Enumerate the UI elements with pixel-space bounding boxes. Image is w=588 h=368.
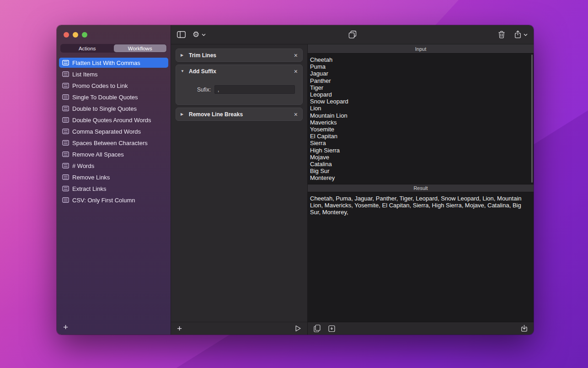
- result-to-input-icon: [328, 325, 335, 332]
- workflow-icon: [62, 129, 69, 134]
- action-card-header[interactable]: ▶ Remove Line Breaks ×: [176, 108, 302, 120]
- action-title: Remove Line Breaks: [189, 111, 290, 118]
- workflow-panel: ▶ Trim Lines × ▼ Add Suffix × Sufix:: [171, 44, 308, 335]
- sidebar-item-label: Double to Single Quotes: [72, 105, 137, 112]
- workflow-icon: [62, 94, 69, 100]
- sidebar-item-promo-codes[interactable]: Promo Codes to Link: [59, 81, 168, 91]
- workflow-list: Flatten List With Commas List Items Prom…: [57, 58, 171, 319]
- workflow-icon: [62, 174, 69, 180]
- sidebar-item-csv-first-column[interactable]: CSV: Only First Column: [59, 195, 168, 205]
- sidebar-item-comma-separated[interactable]: Comma Separated Words: [59, 126, 168, 136]
- save-result-button[interactable]: [521, 325, 528, 332]
- io-bottom-bar: [308, 322, 534, 335]
- sidebar-item-single-to-double[interactable]: Single To Double Quotes: [59, 92, 168, 102]
- disclosure-collapsed-icon[interactable]: ▶: [181, 53, 185, 57]
- result-textarea: Cheetah, Puma, Jaguar, Panther, Tiger, L…: [308, 192, 534, 322]
- sidebar-item-remove-all-spaces[interactable]: Remove All Spaces: [59, 149, 168, 159]
- workflow-icon: [62, 140, 69, 146]
- sidebar-item-label: # Words: [72, 162, 94, 169]
- sidebar-item-extract-links[interactable]: Extract Links: [59, 184, 168, 194]
- sidebar-item-label: Remove Links: [72, 174, 110, 181]
- toolbar-right-group: [498, 30, 528, 39]
- sidebar-toggle-icon: [177, 31, 186, 38]
- action-card-remove-line-breaks: ▶ Remove Line Breaks ×: [176, 108, 303, 121]
- remove-action-button[interactable]: ×: [294, 68, 298, 75]
- remove-action-button[interactable]: ×: [294, 111, 298, 118]
- input-header: Input: [308, 44, 534, 54]
- result-header: Result: [308, 184, 534, 192]
- share-icon: [514, 30, 521, 39]
- sidebar-item-label: Flatten List With Commas: [72, 60, 140, 66]
- duplicate-workflow-button[interactable]: [348, 31, 356, 38]
- download-icon: [521, 325, 528, 332]
- workflow-icon: [62, 83, 69, 88]
- workflow-bottom-bar: +: [171, 322, 307, 335]
- action-title: Trim Lines: [189, 52, 290, 59]
- sidebar-item-label: Comma Separated Words: [72, 128, 141, 135]
- workflow-icon: [62, 106, 69, 111]
- result-to-input-button[interactable]: [328, 325, 335, 332]
- workflow-icon: [62, 71, 69, 77]
- delete-workflow-button[interactable]: [498, 31, 505, 38]
- input-textarea[interactable]: Cheetah Puma Jaguar Panther Tiger Leopar…: [308, 54, 534, 184]
- workflow-icon: [62, 117, 69, 123]
- sidebar-item-double-quotes-words[interactable]: Double Quotes Around Words: [59, 115, 168, 125]
- workflow-icon: [62, 60, 69, 65]
- workflow-icon: [62, 163, 69, 168]
- zoom-button[interactable]: [82, 32, 87, 38]
- workflow-icon: [62, 152, 69, 157]
- add-action-button[interactable]: +: [177, 324, 182, 333]
- app-window: Actions Workflows Flatten List With Comm…: [57, 25, 534, 335]
- sidebar-item-hash-words[interactable]: # Words: [59, 161, 168, 171]
- sidebar-item-double-to-single[interactable]: Double to Single Quotes: [59, 103, 168, 114]
- minimize-button[interactable]: [73, 32, 78, 38]
- action-card-header[interactable]: ▶ Trim Lines ×: [176, 49, 302, 61]
- duplicate-icon: [348, 31, 356, 38]
- input-scrollbar[interactable]: [531, 54, 533, 183]
- sidebar-item-label: Single To Double Quotes: [72, 94, 138, 101]
- sidebar-item-label: CSV: Only First Column: [72, 197, 135, 204]
- toolbar: ⚙: [171, 25, 534, 44]
- sidebar-item-label: Spaces Between Characters: [72, 140, 148, 146]
- workflow-icon: [62, 197, 69, 203]
- close-button[interactable]: [64, 32, 69, 38]
- sidebar-item-remove-links[interactable]: Remove Links: [59, 172, 168, 182]
- run-workflow-button[interactable]: [295, 325, 301, 332]
- input-text: Cheetah Puma Jaguar Panther Tiger Leopar…: [308, 54, 534, 182]
- share-button[interactable]: [514, 30, 528, 39]
- sidebar-item-flatten-list[interactable]: Flatten List With Commas: [59, 58, 168, 68]
- sidebar-item-spaces-between[interactable]: Spaces Between Characters: [59, 138, 168, 148]
- sidebar-item-list-items[interactable]: List Items: [59, 69, 168, 79]
- copy-icon: [314, 325, 321, 332]
- action-card-add-suffix: ▼ Add Suffix × Sufix:: [176, 65, 303, 105]
- sidebar-toggle-button[interactable]: [177, 31, 186, 38]
- remove-action-button[interactable]: ×: [294, 52, 298, 59]
- copy-result-button[interactable]: [314, 325, 321, 332]
- action-title: Add Suffix: [189, 68, 290, 75]
- disclosure-collapsed-icon[interactable]: ▶: [181, 112, 185, 116]
- io-panel: Input Cheetah Puma Jaguar Panther Tiger …: [308, 44, 534, 335]
- action-card-trim-lines: ▶ Trim Lines ×: [176, 49, 303, 62]
- tab-workflows[interactable]: Workflows: [114, 44, 167, 52]
- add-workflow-button[interactable]: +: [63, 323, 68, 331]
- sidebar: Actions Workflows Flatten List With Comm…: [57, 25, 171, 335]
- tab-switcher: Actions Workflows: [60, 44, 167, 53]
- sidebar-item-label: Extract Links: [72, 185, 106, 192]
- sidebar-item-label: List Items: [72, 71, 98, 78]
- content-area: ▶ Trim Lines × ▼ Add Suffix × Sufix:: [171, 44, 534, 335]
- toolbar-left-group: ⚙: [177, 31, 206, 38]
- gear-icon: ⚙: [192, 31, 199, 38]
- result-text: Cheetah, Puma, Jaguar, Panther, Tiger, L…: [308, 192, 534, 216]
- traffic-lights: [57, 25, 171, 38]
- sidebar-item-label: Remove All Spaces: [72, 151, 124, 158]
- tab-actions[interactable]: Actions: [61, 44, 114, 52]
- sidebar-bottom-bar: +: [57, 319, 171, 335]
- action-card-header[interactable]: ▼ Add Suffix ×: [176, 65, 302, 77]
- workflow-settings-button[interactable]: ⚙: [192, 31, 206, 38]
- main-area: ⚙: [171, 25, 534, 335]
- action-cards: ▶ Trim Lines × ▼ Add Suffix × Sufix:: [171, 44, 307, 322]
- suffix-input[interactable]: [214, 85, 295, 94]
- disclosure-expanded-icon[interactable]: ▼: [181, 69, 185, 73]
- suffix-label: Sufix:: [197, 87, 211, 93]
- sidebar-item-label: Double Quotes Around Words: [72, 117, 151, 124]
